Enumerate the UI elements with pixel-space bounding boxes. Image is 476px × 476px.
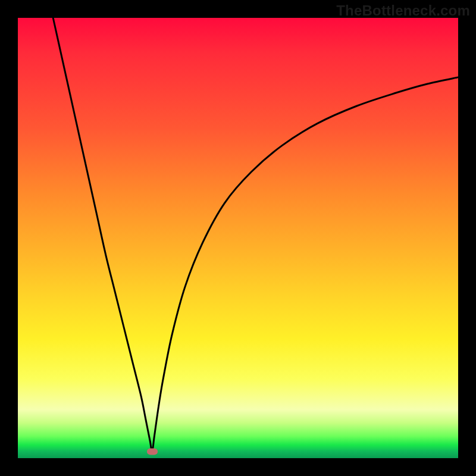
watermark-text: TheBottleneck.com	[336, 2, 470, 19]
plot-area	[18, 18, 458, 458]
bottleneck-curve	[18, 18, 458, 458]
minimum-marker	[147, 448, 158, 455]
chart-frame: TheBottleneck.com	[0, 0, 476, 476]
curve-path	[53, 18, 458, 452]
